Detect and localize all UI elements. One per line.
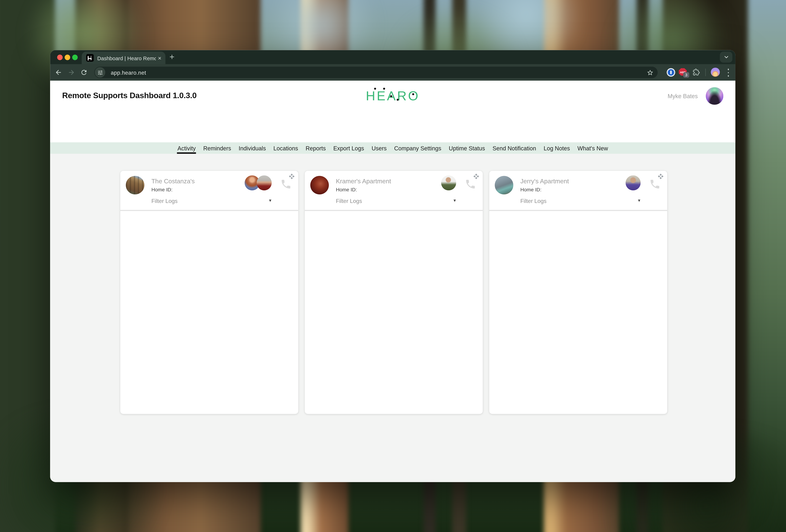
- browser-menu-icon[interactable]: [726, 68, 731, 77]
- url-text: app.hearo.net: [111, 70, 146, 76]
- web-page: Remote Supports Dashboard 1.0.3.0 HEARO …: [50, 81, 735, 482]
- url-bar[interactable]: app.hearo.net: [94, 67, 658, 78]
- card-divider: [305, 210, 483, 211]
- home-id-label: Home ID:: [520, 187, 541, 192]
- main-nav: Activity Reminders Individuals Locations…: [50, 142, 735, 154]
- filter-logs-label[interactable]: Filter Logs: [336, 198, 362, 204]
- resident-avatars: [441, 175, 456, 190]
- dashboard-content: The Costanza's Home ID: Filter Logs ▼: [50, 154, 735, 482]
- location-photo: [310, 176, 329, 194]
- traffic-light-close[interactable]: [57, 55, 63, 60]
- nav-item-whats-new[interactable]: What's New: [577, 142, 608, 154]
- home-id-label: Home ID:: [336, 187, 357, 192]
- nav-item-uptime-status[interactable]: Uptime Status: [448, 142, 486, 154]
- hearo-logo-text: HEARO: [366, 88, 420, 104]
- traffic-light-zoom[interactable]: [72, 55, 78, 60]
- tab-close-icon[interactable]: ×: [158, 55, 161, 61]
- resident-avatar: [626, 175, 641, 190]
- nav-item-company-settings[interactable]: Company Settings: [394, 142, 442, 154]
- nav-item-reminders[interactable]: Reminders: [203, 142, 232, 154]
- reload-icon[interactable]: [80, 69, 88, 76]
- site-settings-button[interactable]: [95, 67, 105, 78]
- forward-icon[interactable]: [68, 69, 75, 76]
- location-name: The Costanza's: [151, 178, 194, 185]
- filter-logs-label[interactable]: Filter Logs: [520, 198, 547, 204]
- back-icon[interactable]: [55, 69, 62, 76]
- resident-avatar: [257, 175, 272, 190]
- user-area: Myke Bates: [668, 87, 723, 104]
- user-avatar[interactable]: [706, 87, 723, 104]
- nav-item-locations[interactable]: Locations: [273, 142, 299, 154]
- screen: Dashboard | Hearo Remote × + app.hearo.n…: [0, 0, 786, 532]
- resident-avatar: [441, 175, 456, 190]
- location-name: Jerry's Apartment: [520, 178, 569, 185]
- chevron-down-icon: [723, 54, 729, 60]
- nav-item-send-notification[interactable]: Send Notification: [492, 142, 537, 154]
- user-name: Myke Bates: [668, 93, 698, 99]
- phone-icon[interactable]: [649, 178, 661, 190]
- nav-item-log-notes[interactable]: Log Notes: [543, 142, 570, 154]
- location-card-kramers: Kramer's Apartment Home ID: Filter Logs …: [305, 171, 483, 414]
- tab-title: Dashboard | Hearo Remote: [97, 55, 156, 61]
- browser-profile-avatar[interactable]: [711, 68, 720, 77]
- resident-avatars: [626, 175, 641, 190]
- filter-dropdown-caret-icon[interactable]: ▼: [637, 198, 641, 203]
- traffic-light-minimize[interactable]: [65, 55, 70, 60]
- filter-dropdown-caret-icon[interactable]: ▼: [268, 198, 272, 203]
- card-divider: [120, 210, 298, 211]
- browser-window: Dashboard | Hearo Remote × + app.hearo.n…: [50, 50, 735, 482]
- tune-sliders-icon: [97, 70, 103, 76]
- location-card-jerrys: Jerry's Apartment Home ID: Filter Logs ▼: [489, 171, 667, 414]
- hearo-favicon-icon: [86, 54, 94, 62]
- page-header: Remote Supports Dashboard 1.0.3.0 HEARO …: [50, 81, 735, 112]
- browser-tab-strip: Dashboard | Hearo Remote × +: [50, 50, 735, 64]
- adblock-badge: 3: [683, 72, 689, 78]
- page-title: Remote Supports Dashboard 1.0.3.0: [62, 91, 196, 100]
- bookmark-star-icon[interactable]: [647, 69, 653, 76]
- card-divider: [489, 210, 667, 211]
- location-photo: [495, 176, 513, 194]
- location-name: Kramer's Apartment: [336, 178, 391, 185]
- nav-item-activity[interactable]: Activity: [177, 142, 196, 154]
- browser-tab[interactable]: Dashboard | Hearo Remote ×: [82, 52, 165, 64]
- new-tab-button[interactable]: +: [169, 52, 175, 62]
- location-card-costanzas: The Costanza's Home ID: Filter Logs ▼: [120, 171, 298, 414]
- password-manager-icon[interactable]: [667, 68, 675, 77]
- extensions-puzzle-icon[interactable]: [693, 69, 700, 76]
- nav-item-users[interactable]: Users: [371, 142, 387, 154]
- phone-icon[interactable]: [465, 178, 476, 190]
- filter-dropdown-caret-icon[interactable]: ▼: [453, 198, 457, 203]
- browser-toolbar: app.hearo.net ABP 3: [50, 64, 735, 81]
- phone-icon[interactable]: [280, 178, 292, 190]
- hearo-logo: HEARO: [366, 88, 420, 104]
- tab-search-button[interactable]: [720, 52, 732, 63]
- filter-logs-label[interactable]: Filter Logs: [151, 198, 178, 204]
- location-photo: [126, 176, 144, 194]
- home-id-label: Home ID:: [151, 187, 172, 192]
- nav-item-reports[interactable]: Reports: [305, 142, 326, 154]
- location-cards: The Costanza's Home ID: Filter Logs ▼: [120, 171, 667, 414]
- resident-avatars: [245, 175, 272, 190]
- toolbar-separator: [705, 69, 706, 76]
- nav-item-individuals[interactable]: Individuals: [238, 142, 266, 154]
- nav-item-export-logs[interactable]: Export Logs: [333, 142, 365, 154]
